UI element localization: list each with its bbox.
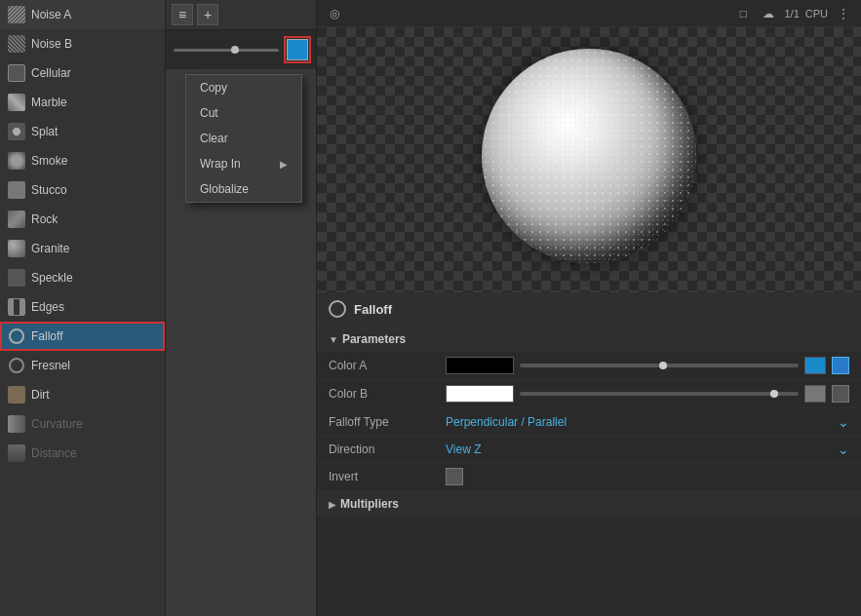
sidebar-item-rock[interactable]: Rock: [0, 205, 165, 234]
right-panel: ◎ □ ☁ 1/1 CPU ⋮ Falloff ▼ Param: [317, 0, 861, 616]
sidebar-item-distance[interactable]: Distance: [0, 439, 165, 468]
curvature-icon: [8, 415, 25, 433]
color-b-control: [446, 385, 849, 403]
granite-label: Granite: [31, 242, 69, 255]
color-a-label: Color A: [329, 359, 446, 372]
sidebar-item-noise-a[interactable]: Noise A: [0, 0, 165, 29]
direction-arrow[interactable]: ⌄: [838, 442, 849, 457]
cellular-icon: [8, 64, 25, 82]
speckle-label: Speckle: [31, 271, 73, 285]
invert-checkbox[interactable]: [446, 468, 463, 485]
distance-label: Distance: [31, 446, 77, 460]
preview-cloud-btn[interactable]: ☁: [759, 4, 778, 23]
falloff-type-label: Falloff Type: [329, 415, 446, 429]
color-b-bar[interactable]: [446, 385, 514, 403]
invert-row: Invert: [317, 463, 861, 491]
fresnel-label: Fresnel: [31, 359, 70, 372]
preview-area: ◎ □ ☁ 1/1 CPU ⋮: [317, 0, 861, 292]
props-header: Falloff: [317, 292, 861, 327]
preview-more-btn[interactable]: ⋮: [834, 4, 853, 23]
context-menu-clear[interactable]: Clear: [186, 126, 301, 151]
falloff-label: Falloff: [31, 329, 62, 343]
multipliers-label: Multipliers: [340, 497, 399, 511]
splat-icon: [8, 123, 25, 140]
preview-controls-right: □ ☁ 1/1 CPU ⋮: [733, 4, 853, 23]
sidebar-item-speckle[interactable]: Speckle: [0, 263, 165, 292]
sidebar-item-falloff[interactable]: Falloff: [0, 322, 165, 351]
noise-b-label: Noise B: [31, 37, 72, 51]
color-b-checkbox[interactable]: [832, 385, 849, 403]
middle-panel: ≡ + Copy Cut Clear: [166, 0, 317, 616]
granite-icon: [8, 240, 25, 257]
sidebar-item-granite[interactable]: Granite: [0, 234, 165, 263]
context-menu-wrap-in[interactable]: Wrap In ▶: [186, 151, 301, 176]
noise-b-icon: [8, 35, 25, 53]
color-b-swatch[interactable]: [804, 385, 826, 403]
direction-control: View Z ⌄: [446, 442, 849, 457]
parameters-section-header[interactable]: ▼ Parameters: [317, 327, 861, 352]
edges-label: Edges: [31, 300, 64, 314]
stucco-label: Stucco: [31, 183, 67, 197]
context-menu-copy[interactable]: Copy: [186, 75, 301, 100]
preview-icon-btn[interactable]: ◎: [325, 4, 344, 23]
dirt-icon: [8, 386, 25, 404]
color-a-checkbox[interactable]: [832, 357, 849, 374]
sidebar-item-stucco[interactable]: Stucco: [0, 175, 165, 205]
multipliers-header[interactable]: ▶ Multipliers: [317, 491, 861, 517]
sidebar-item-cellular[interactable]: Cellular: [0, 58, 165, 88]
context-menu-cut[interactable]: Cut: [186, 100, 301, 126]
sidebar: Noise ANoise BCellularMarbleSplatSmokeSt…: [0, 0, 166, 616]
falloff-type-value[interactable]: Perpendicular / Parallel: [446, 415, 832, 429]
smoke-icon: [8, 152, 25, 170]
curvature-label: Curvature: [31, 417, 83, 431]
preview-square-btn[interactable]: □: [733, 4, 753, 23]
noise-a-label: Noise A: [31, 8, 71, 21]
sidebar-item-splat[interactable]: Splat: [0, 117, 165, 146]
sidebar-item-smoke[interactable]: Smoke: [0, 146, 165, 175]
sidebar-item-marble[interactable]: Marble: [0, 88, 165, 117]
color-a-bar[interactable]: [446, 357, 514, 374]
speckle-icon: [8, 269, 25, 287]
smoke-label: Smoke: [31, 154, 67, 168]
sidebar-item-dirt[interactable]: Dirt: [0, 380, 165, 409]
stucco-icon: [8, 181, 25, 199]
middle-content: Copy Cut Clear Wrap In ▶ Globalize: [166, 30, 316, 616]
wrap-in-arrow: ▶: [280, 159, 288, 170]
color-a-row: Color A: [317, 352, 861, 380]
color-a-swatch[interactable]: [804, 357, 826, 374]
preview-ratio: 1/1: [784, 8, 799, 19]
sidebar-item-curvature[interactable]: Curvature: [0, 409, 165, 439]
context-menu-globalize[interactable]: Globalize: [186, 176, 301, 202]
splat-label: Splat: [31, 125, 58, 138]
rock-label: Rock: [31, 212, 58, 226]
add-button[interactable]: +: [197, 4, 218, 25]
properties-panel: Falloff ▼ Parameters Color A: [317, 292, 861, 616]
direction-row: Direction View Z ⌄: [317, 436, 861, 463]
middle-toolbar: ≡ +: [166, 0, 316, 30]
sidebar-item-fresnel[interactable]: Fresnel: [0, 351, 165, 380]
main-layout: Noise ANoise BCellularMarbleSplatSmokeSt…: [0, 0, 861, 616]
sidebar-item-edges[interactable]: Edges: [0, 292, 165, 322]
color-swatch-middle[interactable]: [287, 39, 308, 60]
cellular-label: Cellular: [31, 66, 71, 80]
falloff-icon: [8, 327, 25, 345]
color-b-slider[interactable]: [520, 392, 799, 396]
parameters-triangle: ▼: [329, 334, 338, 345]
color-a-slider[interactable]: [520, 364, 799, 367]
parameters-label: Parameters: [342, 332, 406, 346]
sidebar-item-noise-b[interactable]: Noise B: [0, 29, 165, 58]
lines-button[interactable]: ≡: [172, 4, 193, 25]
fresnel-icon: [8, 357, 25, 374]
noise-a-icon: [8, 6, 25, 23]
color-a-control: [446, 357, 849, 374]
preview-controls-left: ◎: [325, 4, 344, 23]
preview-cpu: CPU: [805, 8, 828, 19]
marble-icon: [8, 94, 25, 111]
color-b-label: Color B: [329, 387, 446, 401]
edges-icon: [8, 298, 25, 316]
direction-value[interactable]: View Z: [446, 443, 832, 456]
marble-label: Marble: [31, 96, 67, 109]
falloff-type-arrow[interactable]: ⌄: [838, 414, 849, 430]
falloff-type-row: Falloff Type Perpendicular / Parallel ⌄: [317, 408, 861, 436]
props-title: Falloff: [354, 302, 392, 317]
